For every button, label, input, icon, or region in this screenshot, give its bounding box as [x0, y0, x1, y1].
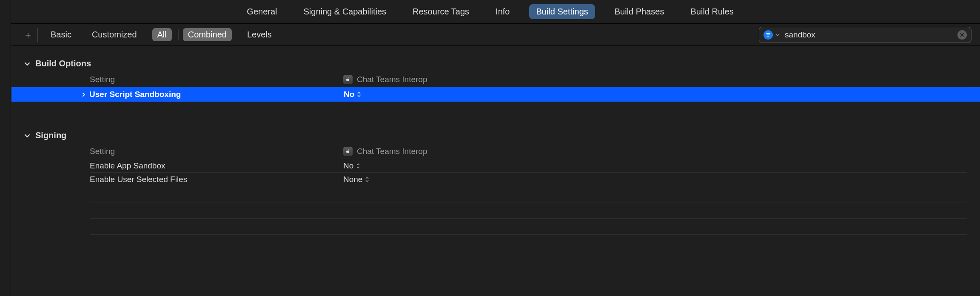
empty-row: [90, 219, 967, 235]
chevron-right-icon[interactable]: [77, 92, 89, 97]
plus-icon: ＋: [23, 28, 33, 41]
target-editor-tabs: General Signing & Capabilities Resource …: [0, 0, 980, 24]
stepper-icon: [356, 163, 360, 169]
empty-row: [90, 102, 967, 115]
column-target-label: Chat Teams Interop: [357, 75, 427, 84]
add-build-setting-button[interactable]: ＋: [19, 28, 38, 42]
search-input[interactable]: [784, 30, 953, 40]
build-settings-content[interactable]: Build Options Setting Chat Teams Interop…: [11, 46, 980, 296]
stepper-icon: [365, 176, 369, 182]
tab-info[interactable]: Info: [489, 4, 516, 19]
column-setting-label: Setting: [90, 75, 343, 84]
tab-build-settings[interactable]: Build Settings: [529, 4, 595, 19]
setting-row-user-script-sandboxing[interactable]: User Script Sandboxing No: [11, 87, 980, 102]
setting-name: Enable User Selected Files: [90, 175, 343, 184]
column-headers: Setting Chat Teams Interop: [90, 144, 967, 159]
filter-scope-icon[interactable]: [763, 30, 773, 40]
chevron-down-icon[interactable]: [775, 33, 780, 37]
empty-rows: [24, 186, 967, 235]
setting-name: Enable App Sandbox: [90, 161, 343, 171]
chevron-down-icon: [24, 133, 32, 139]
setting-value[interactable]: None: [343, 175, 369, 184]
tab-build-phases[interactable]: Build Phases: [608, 4, 671, 19]
filter-levels[interactable]: Levels: [242, 28, 277, 41]
app-icon: [343, 147, 353, 156]
setting-value[interactable]: No: [343, 161, 360, 171]
column-target-label: Chat Teams Interop: [357, 147, 427, 156]
setting-row-enable-user-selected-files[interactable]: Enable User Selected Files None: [90, 173, 967, 186]
filter-customized[interactable]: Customized: [87, 28, 142, 41]
chevron-down-icon: [24, 61, 32, 67]
section-title-label: Signing: [35, 131, 66, 140]
empty-row: [90, 202, 967, 219]
setting-value[interactable]: No: [344, 90, 361, 99]
column-target: Chat Teams Interop: [343, 147, 427, 156]
setting-row-enable-app-sandbox[interactable]: Enable App Sandbox No: [90, 159, 967, 173]
editor-left-gutter: [0, 0, 11, 296]
separator: [178, 29, 179, 40]
column-target: Chat Teams Interop: [343, 75, 427, 84]
empty-row: [90, 186, 967, 202]
close-icon: ✕: [960, 31, 965, 38]
tab-build-rules[interactable]: Build Rules: [684, 4, 741, 19]
filter-combined[interactable]: Combined: [183, 28, 232, 41]
app-icon: [343, 75, 353, 84]
section-title-label: Build Options: [35, 59, 91, 68]
filter-basic[interactable]: Basic: [46, 28, 77, 41]
column-setting-label: Setting: [90, 147, 343, 156]
tab-general[interactable]: General: [240, 4, 284, 19]
filter-all[interactable]: All: [152, 28, 172, 41]
search-field-wrapper: ✕: [759, 27, 971, 43]
target-editor: General Signing & Capabilities Resource …: [0, 0, 980, 296]
build-settings-filter-bar: ＋ Basic Customized All Combined Levels ✕: [11, 24, 980, 46]
clear-search-button[interactable]: ✕: [957, 30, 967, 40]
setting-name: User Script Sandboxing: [89, 90, 344, 99]
tab-resource-tags[interactable]: Resource Tags: [406, 4, 476, 19]
column-headers: Setting Chat Teams Interop: [90, 72, 967, 87]
tab-signing-capabilities[interactable]: Signing & Capabilities: [296, 4, 393, 19]
section-build-options[interactable]: Build Options: [24, 54, 967, 72]
stepper-icon: [357, 91, 361, 97]
section-signing[interactable]: Signing: [24, 125, 967, 144]
